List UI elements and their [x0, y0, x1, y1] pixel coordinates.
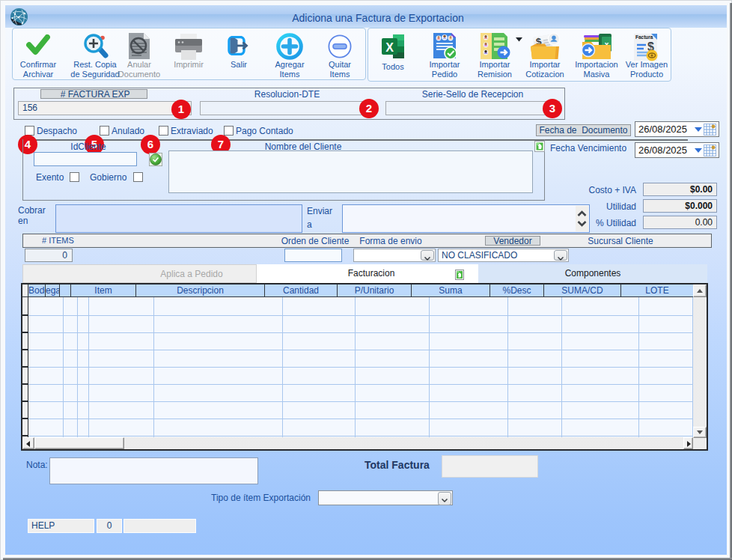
svg-text:X: X: [385, 41, 394, 54]
svg-text:Factura: Factura: [635, 34, 653, 40]
